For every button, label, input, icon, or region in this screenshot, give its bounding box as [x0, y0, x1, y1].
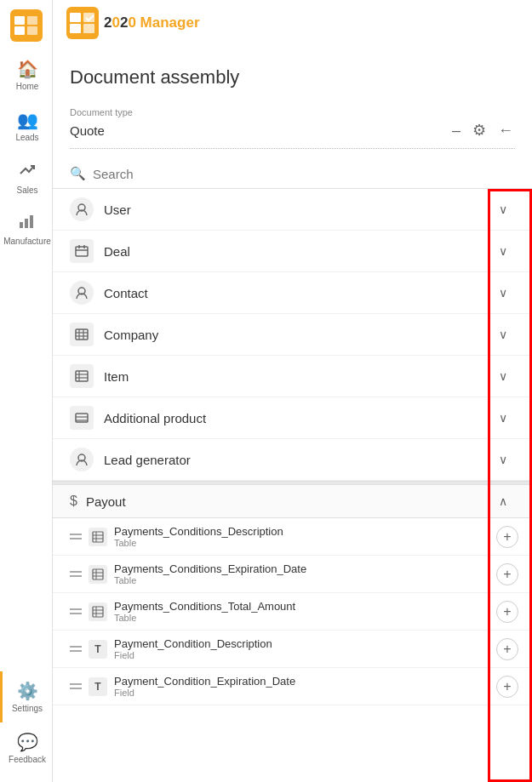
item-chevron-icon[interactable]: ∨: [491, 369, 515, 383]
sub-item-name-1: Payments_Conditions_Description: [114, 525, 496, 538]
company-label: Company: [104, 328, 491, 342]
payout-chevron-icon[interactable]: ∧: [491, 494, 515, 508]
add-btn-1[interactable]: +: [496, 526, 518, 548]
sidebar-item-manufacture[interactable]: Manufacture: [0, 203, 53, 254]
drag-handle-1[interactable]: [70, 534, 82, 539]
search-row: 🔍: [53, 159, 532, 189]
sub-item-payment-condition-description: T Payment_Condition_Description Field +: [53, 631, 532, 668]
svg-rect-7: [30, 215, 33, 228]
sidebar-item-sales[interactable]: Sales: [0, 151, 53, 203]
company-chevron-icon[interactable]: ∨: [491, 328, 515, 341]
deal-chevron-icon[interactable]: ∨: [491, 244, 515, 258]
additional-product-icon: [70, 406, 94, 430]
expanded-payout-section: $ Payout ∧: [53, 484, 532, 705]
sub-item-type-3: Table: [114, 613, 496, 623]
doc-type-value: Quote: [70, 123, 442, 138]
category-additional-product[interactable]: Additional product ∨: [53, 397, 532, 439]
sub-item-type-4: Field: [114, 650, 496, 660]
lead-generator-chevron-icon[interactable]: ∨: [491, 453, 515, 466]
doc-type-label: Document type: [70, 107, 515, 117]
sub-item-content-4: Payment_Condition_Description Field: [114, 637, 496, 660]
payout-header[interactable]: $ Payout ∧: [53, 484, 532, 518]
sub-item-name-5: Payment_Condition_Expiration_Date: [114, 675, 496, 688]
sub-item-payment-condition-expiration: T Payment_Condition_Expiration_Date Fiel…: [53, 668, 532, 705]
sidebar-item-leads[interactable]: 👥 Leads: [0, 100, 53, 151]
contact-label: Contact: [104, 286, 491, 300]
list-section: User ∨ Deal ∨: [53, 189, 532, 782]
home-icon: 🏠: [17, 59, 38, 79]
additional-product-chevron-icon[interactable]: ∨: [491, 411, 515, 425]
content-area: User ∨ Deal ∨: [53, 189, 532, 782]
add-btn-2[interactable]: +: [496, 563, 518, 585]
sidebar-item-manufacture-label: Manufacture: [3, 237, 51, 246]
search-input[interactable]: [93, 167, 515, 181]
app-logo: [5, 9, 48, 43]
item-icon: [70, 364, 94, 388]
company-icon: [70, 323, 94, 346]
sub-item-payments-conditions-expiration: Payments_Conditions_Expiration_Date Tabl…: [53, 556, 532, 593]
svg-rect-3: [27, 16, 37, 25]
category-contact[interactable]: Contact ∨: [53, 272, 532, 314]
sidebar-item-settings[interactable]: ⚙️ Settings: [0, 671, 53, 722]
category-company[interactable]: Company ∨: [53, 314, 532, 356]
settings-icon: ⚙️: [17, 681, 38, 701]
sidebar: 🏠 Home 👥 Leads Sales Manufacture ⚙️ Sett…: [0, 0, 53, 782]
sidebar-item-home[interactable]: 🏠 Home: [0, 49, 53, 100]
contact-chevron-icon[interactable]: ∨: [491, 286, 515, 300]
svg-rect-33: [93, 569, 103, 579]
doc-type-back-icon[interactable]: ←: [496, 120, 515, 141]
drag-handle-2[interactable]: [70, 571, 82, 577]
category-user[interactable]: User ∨: [53, 189, 532, 231]
feedback-icon: 💬: [17, 732, 38, 752]
doc-type-chevron[interactable]: –: [450, 120, 462, 141]
field-icon-4: T: [89, 640, 107, 659]
app-logo-text: 2020 Manager: [104, 14, 200, 31]
svg-rect-8: [66, 7, 99, 39]
svg-rect-10: [70, 24, 81, 33]
payout-dollar-icon: $: [70, 494, 77, 509]
svg-rect-14: [76, 247, 88, 256]
contact-icon: [70, 281, 94, 305]
sales-icon: [18, 160, 37, 183]
document-type-section: Document type Quote – ⚙ ←: [53, 107, 532, 149]
add-btn-5[interactable]: +: [496, 676, 518, 698]
svg-rect-12: [83, 24, 94, 33]
sub-item-name-2: Payments_Conditions_Expiration_Date: [114, 562, 496, 575]
svg-rect-6: [25, 219, 28, 228]
doc-type-row: Quote – ⚙ ←: [70, 119, 515, 149]
sidebar-item-leads-label: Leads: [15, 133, 38, 142]
drag-handle-5[interactable]: [70, 683, 82, 689]
category-deal[interactable]: Deal ∨: [53, 231, 532, 272]
sidebar-item-feedback[interactable]: 💬 Feedback: [0, 722, 53, 773]
drag-handle-3[interactable]: [70, 608, 82, 614]
sub-item-name-3: Payments_Conditions_Total_Amount: [114, 600, 496, 613]
sub-item-name-4: Payment_Condition_Description: [114, 637, 496, 650]
svg-rect-29: [93, 532, 103, 542]
user-chevron-icon[interactable]: ∨: [491, 203, 515, 216]
svg-rect-9: [70, 13, 81, 22]
doc-type-settings-icon[interactable]: ⚙: [471, 119, 488, 141]
add-btn-3[interactable]: +: [496, 601, 518, 623]
svg-rect-0: [10, 9, 43, 42]
svg-rect-37: [93, 607, 103, 617]
deal-label: Deal: [104, 244, 491, 259]
sub-item-content-2: Payments_Conditions_Expiration_Date Tabl…: [114, 562, 496, 585]
sub-item-payments-conditions-total: Payments_Conditions_Total_Amount Table +: [53, 593, 532, 631]
payout-label: Payout: [86, 494, 491, 509]
sub-item-type-5: Field: [114, 688, 496, 698]
sub-item-type-1: Table: [114, 538, 496, 548]
svg-rect-21: [76, 371, 88, 381]
sub-item-content-5: Payment_Condition_Expiration_Date Field: [114, 675, 496, 698]
sidebar-item-settings-label: Settings: [12, 704, 43, 713]
drag-handle-4[interactable]: [70, 646, 82, 652]
table-icon-2: [89, 565, 107, 584]
sub-item-content-3: Payments_Conditions_Total_Amount Table: [114, 600, 496, 623]
category-item[interactable]: Item ∨: [53, 356, 532, 397]
svg-rect-16: [76, 329, 88, 340]
add-btn-4[interactable]: +: [496, 638, 518, 660]
additional-product-label: Additional product: [104, 411, 491, 425]
page-header: Document assembly: [53, 53, 532, 107]
search-icon: 🔍: [70, 166, 86, 181]
manufacture-icon: [18, 211, 37, 234]
category-lead-generator[interactable]: Lead generator ∨: [53, 439, 532, 481]
